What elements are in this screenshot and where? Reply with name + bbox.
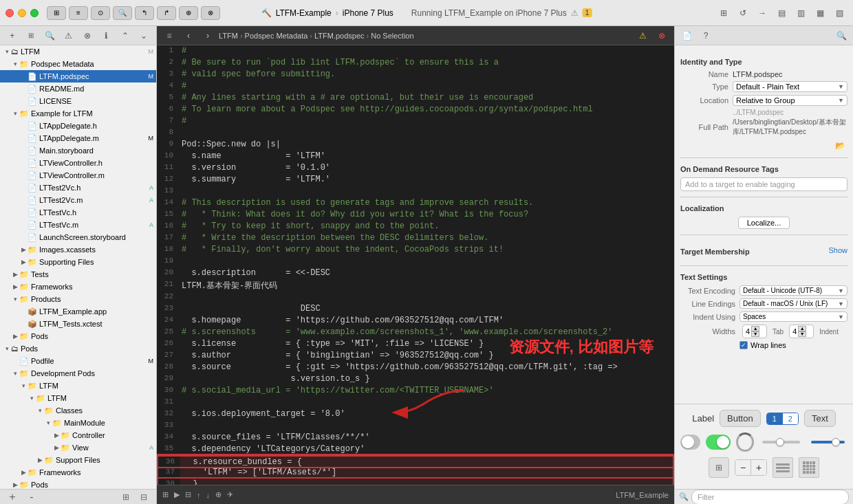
sidebar-item-ltappdelegate-h[interactable]: 📄 LTAppDelegate.h	[0, 120, 156, 132]
sidebar-item-ltviewcontroller-m[interactable]: 📄 LTViewController.m	[0, 169, 156, 182]
editor-error-icon[interactable]: ⊗	[654, 29, 670, 43]
tagging-input[interactable]: Add to a target to enable tagging	[680, 177, 847, 191]
bottom-bar-item-7[interactable]: ✈	[227, 490, 233, 499]
sidebar-item-ltfm-app[interactable]: 📦 LTFM_Example.app	[0, 305, 156, 318]
bottom-bar-item-6[interactable]: ⊕	[215, 490, 222, 499]
bottom-bar-item-3[interactable]: ⊟	[185, 490, 191, 499]
wrap-lines-checkbox[interactable]: ✓	[739, 341, 748, 349]
bottom-bar-item-2[interactable]: ▶	[174, 490, 180, 499]
sidebar-bottom-minus[interactable]: -	[23, 490, 40, 504]
sidebar-item-example[interactable]: ▾ 📁 Example for LTFM	[0, 107, 156, 120]
sidebar-item-ltfm-dev2[interactable]: ▾ 📁 LTFM	[0, 392, 156, 404]
widget-grid-icon[interactable]	[799, 457, 819, 478]
maximize-button[interactable]	[30, 9, 39, 17]
panel-toggle-2[interactable]: ▥	[792, 6, 809, 20]
panel-view-1[interactable]: 🔍	[834, 30, 849, 42]
sidebar-filter-icon[interactable]: 🔍	[42, 29, 58, 43]
indent-width-stepper[interactable]: ▲ ▼	[798, 326, 806, 337]
slider-off[interactable]	[762, 441, 800, 443]
panel-toggle-4[interactable]: ▧	[831, 6, 847, 20]
sidebar-item-lttest2vc-m[interactable]: 📄 LTTest2Vc.m A	[0, 194, 156, 206]
sidebar-item-readme[interactable]: 📄 README.md	[0, 83, 156, 95]
tab-width-up[interactable]: ▲	[751, 326, 759, 331]
seg-item-1[interactable]: 1	[767, 413, 782, 424]
sidebar-sort-icon[interactable]: ⊞	[23, 29, 39, 43]
seg-item-2[interactable]: 2	[783, 413, 798, 424]
widget-button[interactable]: Button	[720, 410, 761, 427]
code-editor[interactable]: 1#2# Be sure to run `pod lib lint LTFM.p…	[157, 45, 674, 485]
sidebar-item-mainmodule[interactable]: ▾ 📁 MainModule	[0, 417, 156, 429]
minimize-button[interactable]	[18, 9, 26, 17]
tab-width-down[interactable]: ▼	[751, 331, 759, 337]
type-select[interactable]: Default - Plain Text ▼	[733, 81, 847, 92]
plus-button[interactable]: +	[751, 460, 766, 475]
editor-nav-fwd[interactable]: ›	[199, 29, 216, 43]
sidebar-item-dev-pods[interactable]: ▾ 📁 Development Pods	[0, 367, 156, 380]
indent-width-input[interactable]: 4 ▲ ▼	[789, 325, 814, 338]
sidebar-bottom-icon2[interactable]: ⊟	[136, 490, 152, 504]
tb-btn-4[interactable]: 🔍	[113, 6, 132, 20]
indent-width-up[interactable]: ▲	[798, 326, 806, 331]
open-file-icon[interactable]: 📂	[832, 140, 847, 152]
editor-nav-prev[interactable]: ≡	[161, 29, 177, 43]
refresh-icon[interactable]: ↺	[735, 6, 751, 20]
sidebar-bottom-add[interactable]: +	[4, 490, 21, 504]
localize-button[interactable]: Localize...	[738, 217, 790, 229]
sidebar-expand-icon[interactable]: ⌃	[117, 29, 133, 43]
tb-btn-7[interactable]: ⊕	[179, 6, 198, 20]
sidebar-item-license[interactable]: 📄 LICENSE	[0, 95, 156, 107]
sidebar-item-products[interactable]: ▾ 📁 Products	[0, 293, 156, 305]
tb-btn-5[interactable]: ↰	[135, 6, 154, 20]
bottom-bar-item-4[interactable]: ↑	[197, 491, 201, 499]
sidebar-collapse-icon[interactable]: ⌄	[136, 29, 152, 43]
sidebar-item-ltfm-xctest[interactable]: 📦 LTFM_Tests.xctest	[0, 318, 156, 330]
widget-icon-1[interactable]: ⊞	[709, 457, 729, 478]
forward-icon[interactable]: →	[754, 6, 770, 20]
sidebar-error-icon[interactable]: ⊗	[80, 29, 96, 43]
sidebar-item-pods-root[interactable]: ▶ 📁 Pods	[0, 330, 156, 342]
panel-quick-icon[interactable]: ?	[698, 30, 713, 42]
line-endings-select[interactable]: Default - macOS / Unix (LF) ▼	[739, 298, 847, 309]
editor-nav-back[interactable]: ‹	[180, 29, 197, 43]
minus-button[interactable]: −	[735, 460, 751, 475]
segment-control[interactable]: 1 2	[766, 413, 799, 425]
tab-width-input[interactable]: 4 ▲ ▼	[742, 325, 767, 338]
encoding-select[interactable]: Default - Unicode (UTF-8) ▼	[739, 285, 847, 296]
sidebar-item-ltfm-dev[interactable]: ▾ 📁 LTFM	[0, 380, 156, 392]
indent-width-down[interactable]: ▼	[798, 331, 806, 337]
location-select[interactable]: Relative to Group ▼	[733, 95, 847, 106]
grid-view-icon[interactable]: ⊞	[715, 6, 732, 20]
sidebar-bottom-icon1[interactable]: ⊞	[118, 490, 134, 504]
sidebar-item-frameworks-dev[interactable]: ▶ 📁 Frameworks	[0, 466, 156, 479]
widget-text-button[interactable]: Text	[804, 410, 836, 427]
show-link[interactable]: Show	[828, 246, 847, 254]
sidebar-item-podspec-meta[interactable]: ▾ 📁 Podspec Metadata	[0, 58, 156, 70]
sidebar-warning-icon[interactable]: ⚠	[61, 29, 76, 43]
plus-minus-control[interactable]: − +	[735, 459, 767, 476]
tab-width-stepper[interactable]: ▲ ▼	[751, 326, 759, 337]
sidebar-item-launchscreen[interactable]: 📄 LaunchScreen.storyboard	[0, 231, 156, 243]
sidebar-item-tests[interactable]: ▶ 📁 Tests	[0, 268, 156, 281]
tb-btn-6[interactable]: ↱	[157, 6, 176, 20]
tb-btn-3[interactable]: ⊙	[91, 6, 110, 20]
tb-btn-2[interactable]: ≡	[69, 6, 88, 20]
panel-toggle-1[interactable]: ▤	[773, 6, 790, 20]
sidebar-item-supporting[interactable]: ▶ 📁 Supporting Files	[0, 256, 156, 268]
panel-toggle-3[interactable]: ▦	[812, 6, 828, 20]
filter-input[interactable]: Filter	[691, 490, 849, 505]
sidebar-item-lttest2vc-h[interactable]: 📄 LTTest2Vc.h A	[0, 182, 156, 194]
sidebar-item-pods-bottom[interactable]: ▶ 📁 Pods	[0, 479, 156, 489]
panel-file-icon[interactable]: 📄	[679, 30, 694, 42]
indent-using-select[interactable]: Spaces ▼	[739, 311, 847, 322]
sidebar-item-lttestvc-m[interactable]: 📄 LTTestVc.m A	[0, 219, 156, 231]
bottom-bar-item-5[interactable]: ↓	[206, 491, 210, 499]
tb-btn-8[interactable]: ⊗	[201, 6, 220, 20]
tb-btn-1[interactable]: ⊞	[47, 6, 66, 20]
sidebar-item-lttestvc-h[interactable]: 📄 LTTestVc.h	[0, 206, 156, 219]
sidebar-item-images[interactable]: ▶ 📁 Images.xcassets	[0, 243, 156, 256]
slider-blue[interactable]	[811, 441, 845, 443]
toggle-on[interactable]	[706, 435, 731, 450]
sidebar-item-podfile[interactable]: 📄 Podfile M	[0, 355, 156, 367]
sidebar-item-frameworks-top[interactable]: ▶ 📁 Frameworks	[0, 281, 156, 293]
sidebar-item-main-storyboard[interactable]: 📄 Main.storyboard	[0, 144, 156, 157]
